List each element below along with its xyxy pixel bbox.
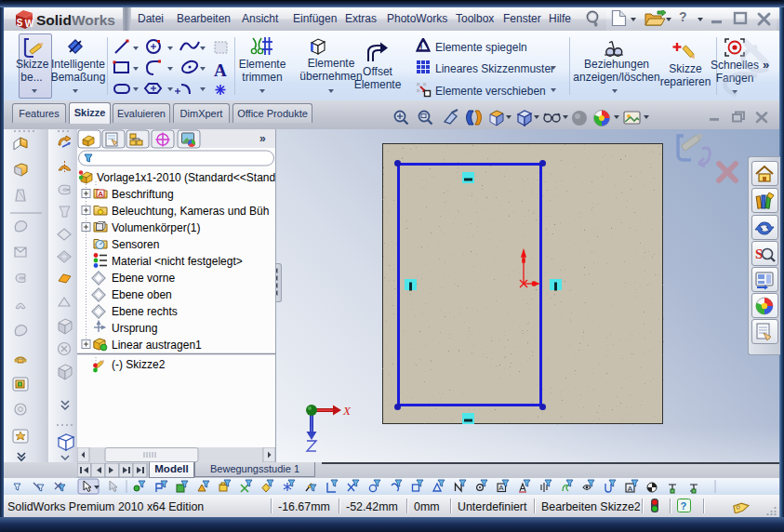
svg-text:(-) Skizze2: (-) Skizze2 [112,358,166,371]
svg-text:S: S [17,18,23,28]
svg-text:Ebene vorne: Ebene vorne [112,272,175,285]
svg-text:X: X [342,404,352,418]
svg-text:A: A [214,60,227,80]
svg-text:Beleuchtung, Kameras und Büh: Beleuchtung, Kameras und Büh [112,205,269,218]
svg-text:Linear austragen1: Linear austragen1 [112,339,202,352]
svg-text:Material <nicht festgelegt>: Material <nicht festgelegt> [112,255,243,268]
svg-text:Ursprung: Ursprung [112,322,157,335]
svg-text:!: ! [420,43,423,52]
svg-text:W: W [25,19,34,29]
svg-text:Sensoren: Sensoren [112,238,159,251]
svg-text:A: A [98,190,103,198]
svg-text:»: » [259,132,266,145]
svg-text:Beschriftung: Beschriftung [112,188,174,201]
svg-text:A: A [628,485,633,493]
svg-text:Ebene rechts: Ebene rechts [112,305,178,318]
svg-text:SolidWorks: SolidWorks [36,12,115,28]
svg-text:?: ? [681,500,687,512]
svg-text:Ebene oben: Ebene oben [112,288,172,301]
svg-text:A: A [498,484,504,492]
svg-text:Volumenkörper(1): Volumenkörper(1) [112,221,200,234]
svg-text:Vorlage1x1-2010 (Standard<<St: Vorlage1x1-2010 (Standard<<Stand [97,171,275,184]
